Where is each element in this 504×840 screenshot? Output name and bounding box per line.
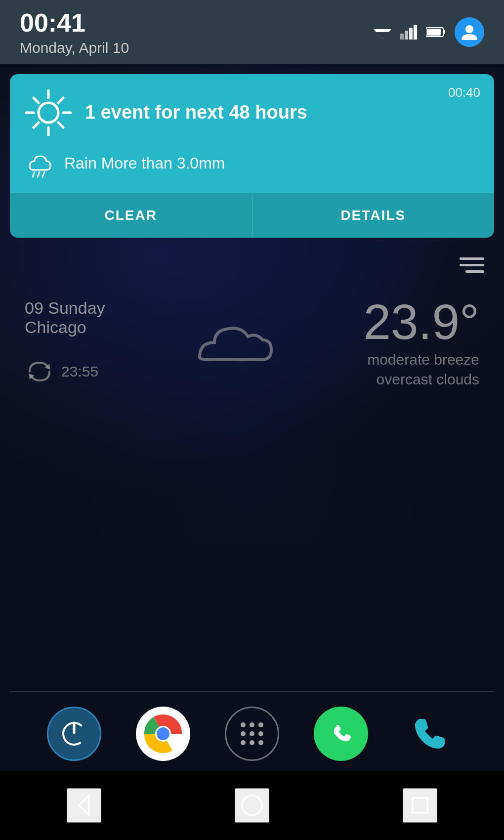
recents-button[interactable] (403, 788, 437, 823)
weather-left: 09 Sunday Chicago 23:55 (25, 298, 105, 386)
weather-content: 09 Sunday Chicago 23:55 23.9° (25, 297, 479, 388)
avatar-icon[interactable] (455, 17, 484, 47)
cloud-icon-container (105, 303, 364, 382)
notification-title: 1 event for next 48 hours (85, 101, 307, 124)
svg-rect-5 (414, 25, 417, 40)
svg-rect-2 (400, 34, 404, 40)
svg-point-34 (258, 731, 263, 736)
svg-line-16 (58, 123, 63, 127)
notification-detail-text: Rain More than 3.0mm (64, 154, 225, 172)
hamburger-menu-button[interactable] (460, 257, 484, 273)
notification-card: 00:40 1 event for next 48 hours Rain Mor… (10, 74, 494, 238)
svg-line-18 (34, 123, 39, 127)
svg-point-10 (39, 103, 58, 123)
svg-point-31 (258, 722, 263, 727)
svg-point-35 (241, 740, 246, 745)
refresh-icon (25, 357, 54, 386)
weather-day-city: 09 Sunday Chicago (25, 298, 105, 337)
svg-point-37 (258, 740, 263, 745)
temperature-display: 23.9° (363, 297, 479, 346)
status-time-block: 00:41 Monday, April 10 (20, 8, 129, 56)
person-icon (461, 23, 478, 41)
chrome-app-icon[interactable] (136, 707, 190, 761)
dock-icons (0, 707, 504, 761)
home-icon (240, 793, 264, 818)
dock-area (0, 691, 504, 761)
svg-point-29 (241, 722, 246, 727)
notification-actions: CLEAR DETAILS (10, 193, 494, 238)
svg-line-19 (33, 172, 35, 177)
chrome-icon (143, 714, 183, 754)
status-icons (374, 17, 484, 47)
svg-rect-3 (405, 31, 408, 40)
cloud-weather-icon (185, 303, 284, 382)
battery-icon (426, 26, 446, 38)
home-button[interactable] (235, 788, 269, 823)
phone-app-icon[interactable] (403, 707, 457, 761)
svg-line-20 (38, 172, 40, 177)
back-button[interactable] (67, 788, 101, 823)
hamburger-line-1 (460, 257, 484, 260)
notification-header: 1 event for next 48 hours (24, 88, 480, 137)
rain-icon (24, 147, 55, 179)
svg-point-30 (250, 722, 254, 727)
notification-detail: Rain More than 3.0mm (24, 147, 480, 179)
weather-right: 23.9° moderate breeze overcast clouds (363, 297, 479, 388)
svg-point-28 (157, 727, 169, 740)
hamburger-line-2 (460, 264, 484, 266)
svg-point-33 (250, 731, 254, 736)
power-app-icon[interactable] (47, 707, 101, 761)
whatsapp-icon (324, 716, 358, 751)
svg-line-15 (34, 98, 39, 103)
svg-marker-38 (79, 796, 89, 815)
svg-rect-7 (443, 30, 445, 34)
status-time: 00:41 (20, 8, 129, 38)
svg-rect-4 (409, 28, 413, 40)
navigation-bar (0, 771, 504, 840)
power-icon (59, 719, 89, 749)
status-bar: 00:41 Monday, April 10 (0, 0, 504, 64)
svg-point-39 (242, 796, 262, 815)
svg-marker-1 (376, 32, 389, 39)
notification-timestamp: 00:40 (448, 85, 480, 100)
weather-refresh[interactable]: 23:55 (25, 357, 105, 386)
svg-line-21 (42, 172, 44, 177)
grid-icon (235, 716, 269, 751)
hamburger-line-3 (465, 270, 484, 273)
sun-icon (24, 88, 73, 137)
weather-city: Chicago (25, 318, 105, 337)
svg-line-17 (58, 98, 63, 103)
svg-point-32 (241, 731, 246, 736)
app-drawer-icon[interactable] (225, 707, 279, 761)
phone-icon (410, 714, 450, 754)
whatsapp-app-icon[interactable] (314, 707, 368, 761)
weather-day: 09 Sunday (25, 298, 105, 318)
clear-button[interactable]: CLEAR (10, 193, 252, 238)
details-button[interactable]: DETAILS (252, 193, 495, 238)
weather-condition1: moderate breeze (363, 351, 479, 368)
svg-point-9 (465, 25, 473, 33)
status-date: Monday, April 10 (20, 40, 129, 56)
weather-condition2: overcast clouds (363, 371, 479, 388)
svg-point-36 (250, 740, 254, 745)
svg-rect-40 (413, 798, 427, 813)
weather-area: 09 Sunday Chicago 23:55 23.9° (0, 238, 504, 418)
svg-rect-8 (427, 29, 441, 36)
recents-icon (408, 793, 432, 818)
dock-divider (10, 691, 494, 692)
wifi-icon (374, 25, 391, 39)
back-icon (72, 793, 96, 818)
refresh-time: 23:55 (61, 363, 98, 380)
signal-icon (400, 25, 417, 40)
